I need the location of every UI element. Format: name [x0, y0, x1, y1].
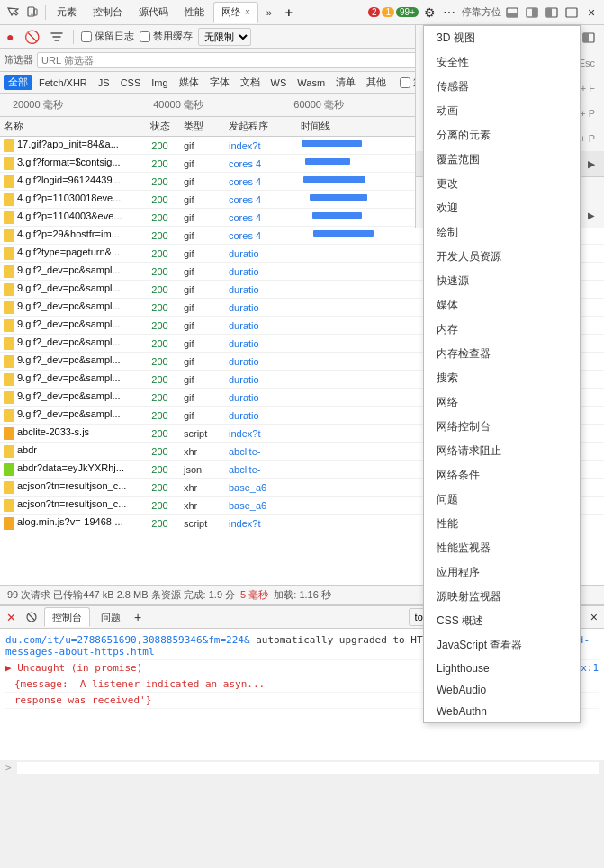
submenu-item-10[interactable]: 快速源: [424, 269, 580, 293]
issues-tab[interactable]: 问题: [94, 607, 128, 627]
cell-initiator[interactable]: abclite-: [225, 464, 297, 475]
cell-initiator[interactable]: cores 4: [225, 194, 297, 205]
submenu-item-15[interactable]: 网络: [424, 390, 580, 415]
type-media[interactable]: 媒体: [175, 75, 203, 90]
submenu-item-24[interactable]: CSS 概述: [424, 609, 580, 633]
console-error-icon[interactable]: ✕: [4, 609, 19, 626]
submenu-item-26[interactable]: Lighthouse: [424, 658, 580, 679]
submenu-item-16[interactable]: 网络控制台: [424, 415, 580, 439]
submenu-item-25[interactable]: JavaScript 查看器: [424, 633, 580, 658]
tab-performance[interactable]: 性能: [177, 2, 212, 23]
tab-sources[interactable]: 源代码: [131, 2, 176, 23]
add-tab-btn[interactable]: +: [280, 4, 298, 22]
console-close-btn[interactable]: ×: [588, 608, 600, 626]
cell-initiator[interactable]: duratio: [225, 356, 297, 367]
submenu-item-12[interactable]: 内存: [424, 318, 580, 342]
console-tab[interactable]: 控制台: [44, 607, 90, 627]
cell-initiator[interactable]: duratio: [225, 284, 297, 295]
type-fetch-xhr[interactable]: Fetch/XHR: [34, 76, 92, 89]
disable-cache-label[interactable]: 禁用缓存: [140, 30, 193, 43]
submenu-item-13[interactable]: 内存检查器: [424, 342, 580, 366]
submenu-item-14[interactable]: 搜索: [424, 366, 580, 390]
device-icon[interactable]: [23, 4, 41, 22]
submenu-item-5[interactable]: 覆盖范围: [424, 148, 580, 172]
type-img[interactable]: Img: [147, 76, 172, 89]
type-all[interactable]: 全部: [4, 75, 32, 90]
cell-initiator[interactable]: cores 4: [225, 230, 297, 241]
col-header-status[interactable]: 状态: [140, 120, 180, 133]
console-clear-btn[interactable]: [23, 609, 41, 625]
submenu-item-3[interactable]: 动画: [424, 99, 580, 123]
submenu-item-9[interactable]: 开发人员资源: [424, 245, 580, 269]
close-devtools-btn[interactable]: ×: [582, 4, 600, 22]
cell-initiator[interactable]: duratio: [225, 392, 297, 403]
tab-close-icon[interactable]: ×: [245, 7, 250, 17]
cell-initiator[interactable]: cores 4: [225, 176, 297, 187]
third-party-checkbox[interactable]: [400, 77, 410, 88]
submenu-item-20[interactable]: 性能: [424, 512, 580, 536]
more-options-icon[interactable]: ⋯: [440, 4, 458, 22]
submenu-item-17[interactable]: 网络请求阻止: [424, 439, 580, 463]
type-manifest[interactable]: 清单: [331, 75, 360, 90]
console-prompt[interactable]: [0, 760, 604, 775]
cell-initiator[interactable]: cores 4: [225, 212, 297, 223]
cell-initiator[interactable]: base_a6: [225, 500, 297, 511]
submenu-item-22[interactable]: 应用程序: [424, 560, 580, 585]
tab-console[interactable]: 控制台: [86, 2, 130, 23]
submenu-item-1[interactable]: 安全性: [424, 50, 580, 75]
type-js[interactable]: JS: [94, 76, 114, 89]
cell-initiator[interactable]: duratio: [225, 248, 297, 259]
throttle-select[interactable]: 无限制: [198, 28, 251, 46]
cell-initiator[interactable]: index?t: [225, 140, 297, 151]
console-input[interactable]: [17, 762, 599, 774]
type-ws[interactable]: WS: [266, 76, 292, 89]
submenu-item-19[interactable]: 问题: [424, 488, 580, 512]
preserve-log-checkbox[interactable]: [81, 31, 92, 42]
disable-cache-checkbox[interactable]: [140, 31, 150, 42]
undock-btn[interactable]: [563, 4, 581, 22]
cell-initiator[interactable]: base_a6: [225, 482, 297, 493]
cell-initiator[interactable]: duratio: [225, 374, 297, 385]
submenu-item-0[interactable]: 3D 视图: [424, 26, 580, 50]
cell-initiator[interactable]: duratio: [225, 410, 297, 421]
type-font[interactable]: 字体: [205, 75, 234, 90]
cell-initiator[interactable]: abclite-: [225, 446, 297, 457]
cell-initiator[interactable]: cores 4: [225, 158, 297, 169]
submenu-item-2[interactable]: 传感器: [424, 75, 580, 99]
submenu-item-6[interactable]: 更改: [424, 172, 580, 196]
inspect-icon[interactable]: [4, 4, 22, 22]
type-wasm[interactable]: Wasm: [293, 76, 329, 89]
more-tabs-btn[interactable]: »: [260, 4, 278, 22]
col-header-name[interactable]: 名称: [0, 120, 140, 133]
dock-bottom-btn[interactable]: [503, 4, 521, 22]
submenu-item-4[interactable]: 分离的元素: [424, 123, 580, 148]
submenu-item-23[interactable]: 源映射监视器: [424, 585, 580, 609]
submenu-item-18[interactable]: 网络条件: [424, 463, 580, 488]
col-header-initiator[interactable]: 发起程序: [225, 120, 297, 133]
settings-icon[interactable]: ⚙: [420, 4, 438, 22]
col-header-type[interactable]: 类型: [180, 120, 225, 133]
submenu-item-21[interactable]: 性能监视器: [424, 536, 580, 560]
console-link-1[interactable]: du.com/it/u=2788651690,3088859346&fm=224…: [5, 634, 250, 646]
type-css[interactable]: CSS: [116, 76, 146, 89]
dock-left-btn[interactable]: [543, 4, 561, 22]
submenu-item-27[interactable]: WebAudio: [424, 679, 580, 701]
cell-initiator[interactable]: duratio: [225, 302, 297, 313]
tab-network[interactable]: 网络 ×: [213, 2, 258, 23]
add-console-tab-btn[interactable]: +: [131, 608, 144, 626]
cell-initiator[interactable]: duratio: [225, 338, 297, 349]
cell-initiator[interactable]: index?t: [225, 428, 297, 439]
type-other[interactable]: 其他: [362, 75, 391, 90]
submenu-item-28[interactable]: WebAuthn: [424, 701, 580, 722]
cell-initiator[interactable]: duratio: [225, 266, 297, 277]
type-doc[interactable]: 文档: [236, 75, 265, 90]
dock-right-btn[interactable]: [523, 4, 541, 22]
tab-elements[interactable]: 元素: [50, 2, 84, 23]
filter-toggle-btn[interactable]: [48, 29, 66, 45]
cell-initiator[interactable]: duratio: [225, 320, 297, 331]
cell-initiator[interactable]: index?t: [225, 518, 297, 529]
submenu-item-11[interactable]: 媒体: [424, 293, 580, 318]
submenu-item-7[interactable]: 欢迎: [424, 196, 580, 220]
submenu-item-8[interactable]: 绘制: [424, 220, 580, 245]
clear-btn[interactable]: 🚫: [22, 28, 42, 46]
